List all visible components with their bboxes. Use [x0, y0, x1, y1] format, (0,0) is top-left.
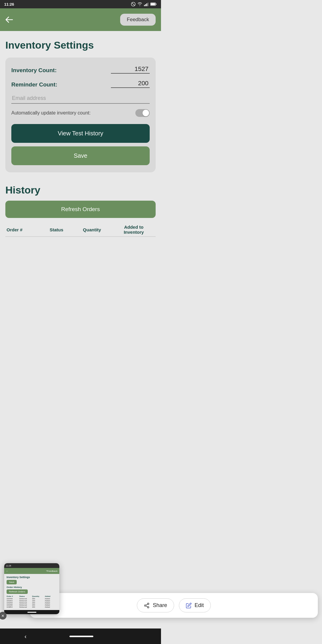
page-title: Inventory Settings [5, 39, 156, 51]
inventory-count-row: Inventory Count: [11, 65, 150, 74]
toggle-knob [143, 110, 149, 116]
col-order: Order # [5, 223, 41, 237]
auto-update-row: Automatically update inventory count: [11, 109, 150, 117]
block-icon [131, 2, 136, 7]
battery-icon [150, 2, 157, 6]
back-button[interactable] [5, 16, 13, 23]
svg-line-1 [132, 3, 134, 5]
save-button[interactable]: Save [11, 146, 150, 165]
order-table: Order # Status Quantity Added toInventor… [5, 223, 156, 237]
svg-rect-5 [148, 3, 148, 6]
status-bar: 11:26 [0, 0, 161, 8]
col-added: Added toInventory [112, 223, 156, 237]
feedback-button[interactable]: Feedback [120, 14, 156, 26]
email-input[interactable] [11, 93, 150, 104]
svg-rect-3 [145, 4, 146, 6]
status-icons [131, 2, 157, 7]
auto-update-label: Automatically update inventory count: [11, 110, 91, 116]
header: Feedback [0, 8, 161, 31]
main-content: Inventory Settings Inventory Count: Remi… [0, 31, 161, 184]
view-test-history-button[interactable]: View Test History [11, 124, 150, 143]
svg-rect-8 [151, 3, 155, 5]
order-history-title: History [5, 184, 156, 196]
col-status: Status [41, 223, 72, 237]
signal-icon [144, 2, 149, 7]
status-time: 11:26 [4, 2, 14, 7]
table-header: Order # Status Quantity Added toInventor… [5, 223, 156, 237]
wifi-icon [137, 2, 143, 7]
reminder-count-input[interactable] [111, 79, 150, 88]
col-quantity: Quantity [72, 223, 112, 237]
inventory-count-input[interactable] [111, 65, 150, 74]
email-row [11, 93, 150, 104]
refresh-orders-button[interactable]: Refresh Orders [5, 201, 156, 218]
svg-rect-7 [156, 4, 156, 5]
reminder-count-row: Reminder Count: [11, 79, 150, 88]
svg-rect-4 [146, 3, 147, 6]
reminder-count-label: Reminder Count: [11, 81, 57, 88]
back-arrow-icon [5, 16, 13, 23]
auto-update-toggle[interactable] [135, 109, 150, 117]
settings-card: Inventory Count: Reminder Count: Automat… [5, 58, 156, 172]
svg-rect-2 [144, 5, 145, 6]
inventory-count-label: Inventory Count: [11, 67, 57, 74]
order-history-section: History Refresh Orders Order # Status Qu… [0, 184, 161, 237]
